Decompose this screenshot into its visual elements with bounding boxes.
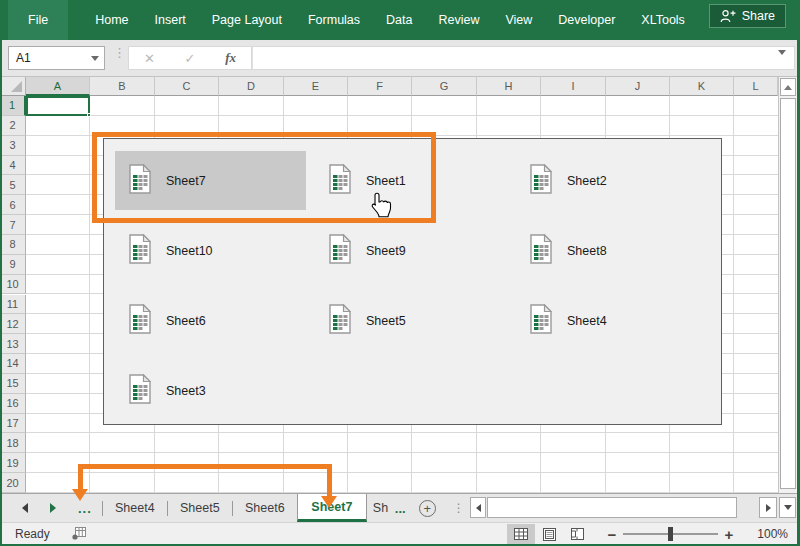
zoom-slider[interactable] [623, 533, 718, 535]
new-sheet-button[interactable]: + [412, 494, 443, 522]
sheet-tab-sh[interactable]: Sh [367, 494, 389, 522]
page-layout-icon [543, 528, 556, 541]
triangle-right-icon [766, 504, 771, 512]
ribbon-tab-file[interactable]: File [8, 0, 68, 40]
sheet-tab-sheet6[interactable]: Sheet6 [233, 494, 297, 522]
popup-sheet-item-sheet4[interactable]: Sheet4 [516, 291, 707, 350]
worksheet-file-icon [530, 234, 552, 268]
row-header-18[interactable]: 18 [0, 433, 26, 453]
ribbon-tab-data[interactable]: Data [373, 0, 425, 40]
normal-view-button[interactable] [507, 524, 535, 544]
sheet-tab-sheet4[interactable]: Sheet4 [103, 494, 167, 522]
column-header-h[interactable]: H [477, 77, 541, 96]
popup-sheet-item-sheet6[interactable]: Sheet6 [115, 291, 306, 350]
column-header-i[interactable]: I [541, 77, 606, 96]
previous-sheet-icon[interactable] [22, 503, 28, 513]
row-header-11[interactable]: 11 [0, 295, 26, 315]
scroll-down-button[interactable] [779, 497, 796, 518]
row-header-20[interactable]: 20 [0, 473, 26, 493]
popup-sheet-item-sheet8[interactable]: Sheet8 [516, 221, 707, 280]
macro-record-icon[interactable] [72, 527, 86, 540]
ribbon-tab-page-layout[interactable]: Page Layout [199, 0, 295, 40]
row-header-12[interactable]: 12 [0, 314, 26, 334]
row-header-3[interactable]: 3 [0, 136, 26, 156]
row-header-10[interactable]: 10 [0, 275, 26, 295]
formula-bar-grip[interactable]: ⋮ [113, 48, 126, 58]
ribbon-tab-insert[interactable]: Insert [142, 0, 199, 40]
ribbon-tab-view[interactable]: View [492, 0, 545, 40]
scroll-up-button[interactable] [780, 78, 796, 96]
formula-bar-expand-icon[interactable] [778, 55, 786, 73]
insert-function-icon[interactable]: fx [225, 50, 236, 66]
next-sheet-icon[interactable] [50, 503, 56, 513]
row-header-4[interactable]: 4 [0, 156, 26, 176]
row-header-1[interactable]: 1 [0, 96, 26, 116]
ribbon-tab-formulas[interactable]: Formulas [295, 0, 373, 40]
scroll-left-button[interactable] [470, 497, 486, 518]
row-header-8[interactable]: 8 [0, 235, 26, 255]
column-header-f[interactable]: F [348, 77, 412, 96]
horizontal-scroll-thumb[interactable] [487, 497, 737, 518]
column-header-g[interactable]: G [412, 77, 477, 96]
triangle-down-icon [784, 505, 792, 510]
column-header-d[interactable]: D [219, 77, 284, 96]
ribbon-bar: FileHomeInsertPage LayoutFormulasDataRev… [0, 0, 800, 40]
zoom-out-button[interactable]: − [601, 526, 623, 543]
row-header-17[interactable]: 17 [0, 414, 26, 434]
zoom-level-label[interactable]: 100% [752, 527, 788, 541]
enter-icon[interactable]: ✓ [185, 51, 196, 66]
row-header-5[interactable]: 5 [0, 175, 26, 195]
share-person-icon [720, 9, 736, 23]
chevron-down-icon [778, 50, 786, 72]
ribbon-tab-xltools[interactable]: XLTools [628, 0, 698, 40]
column-header-e[interactable]: E [284, 77, 348, 96]
annotation-connector-line [78, 464, 332, 469]
column-header-j[interactable]: J [606, 77, 670, 96]
fill-handle[interactable] [87, 113, 91, 117]
hidden-sheets-left-indicator[interactable]: ... [78, 501, 92, 516]
row-header-15[interactable]: 15 [0, 374, 26, 394]
sheet-tab-sheet5[interactable]: Sheet5 [168, 494, 232, 522]
ribbon-tab-home[interactable]: Home [82, 0, 141, 40]
hidden-sheets-right-indicator[interactable]: ... [389, 494, 412, 522]
zoom-slider-thumb[interactable] [668, 527, 673, 541]
ribbon-tab-developer[interactable]: Developer [545, 0, 628, 40]
column-header-k[interactable]: K [670, 77, 734, 96]
row-header-16[interactable]: 16 [0, 394, 26, 414]
page-break-preview-button[interactable] [563, 524, 591, 544]
popup-sheet-item-sheet5[interactable]: Sheet5 [315, 291, 506, 350]
row-header-13[interactable]: 13 [0, 334, 26, 354]
row-header-2[interactable]: 2 [0, 116, 26, 136]
share-label: Share [742, 9, 775, 23]
page-layout-view-button[interactable] [535, 524, 563, 544]
ribbon-tab-review[interactable]: Review [425, 0, 492, 40]
select-all-button[interactable] [0, 77, 26, 96]
column-header-c[interactable]: C [155, 77, 219, 96]
cancel-icon[interactable]: ✕ [144, 51, 155, 66]
share-button[interactable]: Share [709, 4, 786, 28]
annotation-arrowhead-right [321, 496, 337, 508]
popup-sheet-item-sheet3[interactable]: Sheet3 [115, 361, 306, 420]
zoom-in-button[interactable]: + [718, 526, 740, 543]
name-box-dropdown[interactable] [86, 47, 104, 69]
popup-sheet-item-sheet9[interactable]: Sheet9 [315, 221, 506, 280]
name-box[interactable]: A1 [8, 46, 105, 70]
popup-sheet-item-sheet2[interactable]: Sheet2 [516, 151, 707, 210]
worksheet-file-icon [329, 304, 351, 338]
row-header-19[interactable]: 19 [0, 453, 26, 473]
vertical-scrollbar[interactable] [778, 77, 797, 493]
select-all-triangle-icon [11, 81, 22, 92]
popup-sheet-item-sheet10[interactable]: Sheet10 [115, 221, 306, 280]
row-header-9[interactable]: 9 [0, 255, 26, 275]
row-header-6[interactable]: 6 [0, 195, 26, 215]
active-cell-a1[interactable] [26, 96, 90, 116]
row-header-7[interactable]: 7 [0, 215, 26, 235]
popup-sheet-label: Sheet3 [166, 384, 206, 398]
column-header-a[interactable]: A [26, 77, 90, 96]
row-header-14[interactable]: 14 [0, 354, 26, 374]
column-header-l[interactable]: L [734, 77, 778, 96]
formula-input[interactable] [252, 46, 795, 70]
vertical-scroll-thumb[interactable] [780, 98, 796, 489]
column-header-b[interactable]: B [90, 77, 155, 96]
scroll-right-button[interactable] [759, 497, 777, 518]
